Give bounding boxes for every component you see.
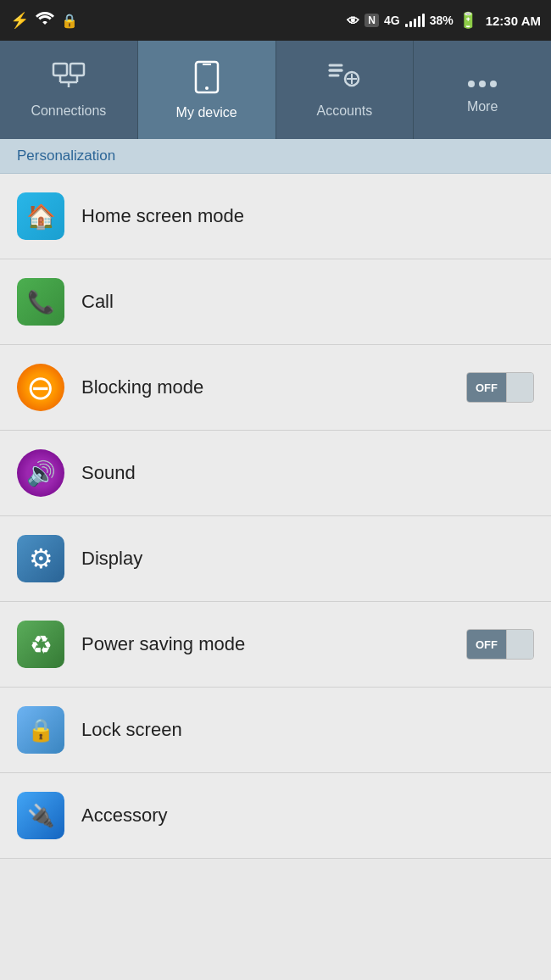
section-header: Personalization bbox=[0, 139, 551, 174]
accounts-label: Accounts bbox=[316, 103, 372, 119]
network-type: 4G bbox=[384, 14, 400, 27]
svg-point-15 bbox=[479, 81, 486, 87]
status-bar: ⚡ 🔒 👁 N 4G 38% 🔋 12:30 AM bbox=[0, 0, 551, 41]
blocking-toggle-off-label: OFF bbox=[467, 373, 506, 402]
tab-accounts[interactable]: Accounts bbox=[276, 41, 415, 139]
blocking-icon bbox=[17, 364, 64, 411]
blocking-toggle-thumb bbox=[506, 373, 533, 402]
display-label: Display bbox=[81, 548, 534, 570]
display-icon bbox=[17, 535, 64, 582]
settings-item-power-saving-mode[interactable]: Power saving mode OFF bbox=[0, 602, 551, 688]
accounts-icon bbox=[328, 62, 360, 97]
power-icon bbox=[17, 621, 64, 668]
lock-screen-label: Lock screen bbox=[81, 719, 534, 741]
eye-icon: 👁 bbox=[347, 14, 359, 28]
nfc-icon: N bbox=[365, 14, 379, 27]
lock-screen-icon bbox=[17, 706, 64, 754]
settings-item-sound[interactable]: Sound bbox=[0, 431, 551, 516]
blocking-toggle[interactable]: OFF bbox=[466, 372, 534, 403]
power-toggle-off-label: OFF bbox=[467, 630, 506, 659]
svg-rect-1 bbox=[70, 64, 84, 75]
settings-item-display[interactable]: Display bbox=[0, 516, 551, 602]
battery-icon: 🔋 bbox=[459, 11, 477, 30]
tab-connections[interactable]: Connections bbox=[0, 41, 138, 139]
connections-label: Connections bbox=[31, 103, 106, 119]
settings-item-blocking-mode[interactable]: Blocking mode OFF bbox=[0, 345, 551, 431]
more-label: More bbox=[467, 99, 498, 114]
wifi-icon bbox=[36, 11, 54, 30]
svg-point-16 bbox=[490, 81, 497, 87]
svg-point-14 bbox=[468, 81, 475, 87]
connections-icon bbox=[52, 62, 86, 97]
settings-item-home-screen-mode[interactable]: Home screen mode bbox=[0, 174, 551, 259]
accessory-label: Accessory bbox=[81, 805, 534, 827]
power-toggle-thumb bbox=[506, 630, 533, 659]
tab-my-device[interactable]: My device bbox=[138, 41, 276, 139]
call-label: Call bbox=[81, 291, 534, 313]
svg-point-7 bbox=[205, 86, 209, 90]
my-device-icon bbox=[194, 60, 220, 98]
home-screen-label: Home screen mode bbox=[81, 205, 534, 227]
call-icon bbox=[17, 278, 64, 326]
time-display: 12:30 AM bbox=[486, 14, 541, 28]
sound-icon bbox=[17, 449, 64, 497]
home-screen-icon bbox=[17, 192, 64, 240]
battery-percentage: 38% bbox=[430, 14, 454, 27]
settings-list: Home screen mode Call Blocking mode OFF … bbox=[0, 174, 551, 859]
more-icon bbox=[467, 65, 498, 92]
signal-bars bbox=[405, 14, 425, 27]
section-title: Personalization bbox=[17, 148, 115, 164]
usb-icon: ⚡ bbox=[10, 11, 29, 30]
power-saving-label: Power saving mode bbox=[81, 633, 466, 655]
power-toggle[interactable]: OFF bbox=[466, 629, 534, 660]
my-device-label: My device bbox=[176, 105, 237, 120]
blocking-label: Blocking mode bbox=[81, 376, 466, 398]
sound-label: Sound bbox=[81, 462, 534, 484]
settings-item-lock-screen[interactable]: Lock screen bbox=[0, 688, 551, 773]
settings-item-accessory[interactable]: Accessory bbox=[0, 773, 551, 859]
lock-alert-icon: 🔒 bbox=[61, 13, 78, 29]
settings-item-call[interactable]: Call bbox=[0, 259, 551, 345]
svg-rect-0 bbox=[53, 64, 67, 75]
accessory-icon bbox=[17, 792, 64, 839]
status-left-icons: ⚡ 🔒 bbox=[10, 11, 78, 30]
navigation-tabs: Connections My device Accounts bbox=[0, 41, 551, 139]
status-right-info: 👁 N 4G 38% 🔋 12:30 AM bbox=[347, 11, 541, 30]
tab-more[interactable]: More bbox=[414, 41, 551, 139]
